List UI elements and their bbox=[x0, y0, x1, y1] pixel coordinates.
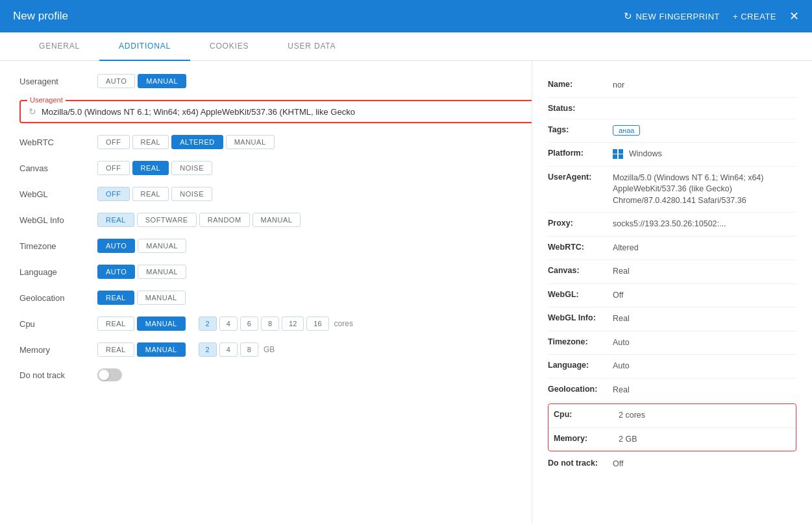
webgl-off-btn[interactable]: OFF bbox=[97, 187, 130, 201]
geolocation-label: Geolocation bbox=[19, 293, 91, 303]
useragent-field-label: Useragent bbox=[27, 96, 66, 104]
summary-do-not-track-row: Do not track: Off bbox=[548, 453, 796, 476]
webgl-info-manual-btn[interactable]: MANUAL bbox=[252, 213, 301, 227]
summary-webrtc-val: Altered bbox=[613, 243, 796, 254]
memory-real-btn[interactable]: REAL bbox=[97, 342, 134, 357]
tab-additional[interactable]: ADDITIONAL bbox=[99, 32, 190, 61]
webgl-info-random-btn[interactable]: RANDOM bbox=[199, 213, 250, 227]
memory-manual-btn[interactable]: MANUAL bbox=[137, 342, 186, 357]
cpu-core-8-btn[interactable]: 8 bbox=[261, 317, 279, 331]
summary-memory-val: 2 GB bbox=[619, 434, 791, 446]
toggle-knob bbox=[99, 370, 109, 380]
tabs-bar: GENERAL ADDITIONAL COOKIES USER DATA bbox=[0, 32, 812, 61]
tab-cookies[interactable]: COOKIES bbox=[190, 32, 268, 61]
summary-dnt-val: Off bbox=[613, 459, 796, 470]
webgl-info-label: WebGL Info bbox=[19, 215, 91, 225]
webgl-label: WebGL bbox=[19, 189, 91, 199]
webrtc-real-btn[interactable]: REAL bbox=[132, 135, 169, 149]
language-auto-btn[interactable]: AUTO bbox=[97, 265, 135, 279]
cpu-mode-options: REAL MANUAL bbox=[97, 317, 186, 331]
summary-language-key: Language: bbox=[548, 361, 613, 370]
cpu-real-btn[interactable]: REAL bbox=[97, 317, 134, 331]
webrtc-off-btn[interactable]: OFF bbox=[97, 135, 130, 149]
useragent-refresh-icon[interactable]: ↻ bbox=[29, 106, 36, 117]
cpu-core-16-btn[interactable]: 16 bbox=[306, 317, 328, 331]
cpu-manual-btn[interactable]: MANUAL bbox=[137, 317, 186, 331]
canvas-row: Canvas OFF REAL NOISE bbox=[19, 161, 512, 175]
summary-canvas-val: Real bbox=[613, 266, 796, 278]
summary-platform-key: Platform: bbox=[548, 149, 613, 158]
summary-memory-key: Memory: bbox=[554, 434, 619, 443]
useragent-row: Useragent AUTO MANUAL bbox=[19, 74, 512, 88]
summary-language-val: Auto bbox=[613, 361, 796, 372]
cpu-core-6-btn[interactable]: 6 bbox=[240, 317, 258, 331]
geolocation-real-btn[interactable]: REAL bbox=[97, 291, 134, 305]
summary-status-key: Status: bbox=[548, 104, 613, 113]
webrtc-altered-btn[interactable]: ALTERED bbox=[171, 135, 223, 149]
do-not-track-label: Do not track bbox=[19, 370, 91, 380]
tab-user-data[interactable]: USER DATA bbox=[268, 32, 355, 61]
useragent-label: Useragent bbox=[19, 77, 91, 86]
useragent-toggle-group: AUTO MANUAL bbox=[97, 74, 186, 88]
cpu-core-4-btn[interactable]: 4 bbox=[219, 317, 238, 331]
cpu-core-2-btn[interactable]: 2 bbox=[199, 317, 217, 331]
language-options: AUTO MANUAL bbox=[97, 265, 186, 279]
webrtc-label: WebRTC bbox=[19, 137, 91, 147]
summary-proxy-key: Proxy: bbox=[548, 219, 613, 228]
timezone-auto-btn[interactable]: AUTO bbox=[97, 239, 135, 253]
useragent-value[interactable]: Mozilla/5.0 (Windows NT 6.1; Win64; x64)… bbox=[42, 107, 355, 117]
language-manual-btn[interactable]: MANUAL bbox=[138, 265, 186, 279]
language-label: Language bbox=[19, 267, 91, 277]
cpu-label: Cpu bbox=[19, 319, 91, 329]
summary-status-row: Status: bbox=[548, 98, 796, 119]
summary-name-key: Name: bbox=[548, 80, 613, 89]
webgl-noise-btn[interactable]: NOISE bbox=[171, 187, 212, 201]
create-button[interactable]: + CREATE bbox=[733, 12, 776, 21]
summary-tags-row: Tags: анаа bbox=[548, 119, 796, 143]
tag-badge[interactable]: анаа bbox=[613, 125, 640, 136]
header-actions: ↻ NEW FINGERPRINT + CREATE ✕ bbox=[624, 9, 799, 23]
summary-webgl-val: Off bbox=[613, 290, 796, 302]
summary-timezone-key: Timezone: bbox=[548, 337, 613, 346]
memory-4-btn[interactable]: 4 bbox=[219, 342, 238, 357]
summary-cpu-val: 2 cores bbox=[619, 410, 791, 422]
timezone-manual-btn[interactable]: MANUAL bbox=[138, 239, 186, 253]
right-panel: Name: nor Status: Tags: анаа Platform: W… bbox=[532, 61, 812, 523]
memory-8-btn[interactable]: 8 bbox=[240, 342, 258, 357]
close-button[interactable]: ✕ bbox=[789, 9, 799, 23]
summary-webgl-row: WebGL: Off bbox=[548, 284, 796, 308]
timezone-options: AUTO MANUAL bbox=[97, 239, 186, 253]
canvas-noise-btn[interactable]: NOISE bbox=[171, 161, 212, 175]
summary-timezone-val: Auto bbox=[613, 337, 796, 349]
webgl-real-btn[interactable]: REAL bbox=[132, 187, 169, 201]
useragent-auto-btn[interactable]: AUTO bbox=[97, 74, 135, 88]
summary-tags-key: Tags: bbox=[548, 125, 613, 134]
webgl-info-row: WebGL Info REAL SOFTWARE RANDOM MANUAL bbox=[19, 213, 512, 227]
memory-label: Memory bbox=[19, 345, 91, 355]
tab-general[interactable]: GENERAL bbox=[19, 32, 99, 61]
webrtc-manual-btn[interactable]: MANUAL bbox=[226, 135, 275, 149]
webgl-info-real-btn[interactable]: REAL bbox=[97, 213, 134, 227]
new-fingerprint-button[interactable]: ↻ NEW FINGERPRINT bbox=[624, 10, 720, 22]
do-not-track-toggle[interactable] bbox=[97, 368, 122, 381]
useragent-manual-btn[interactable]: MANUAL bbox=[138, 74, 186, 88]
geolocation-manual-btn[interactable]: MANUAL bbox=[137, 291, 186, 305]
summary-cpu-key: Cpu: bbox=[554, 410, 619, 419]
summary-platform-val: Windows bbox=[613, 149, 796, 160]
memory-2-btn[interactable]: 2 bbox=[199, 342, 217, 357]
summary-geolocation-val: Real bbox=[613, 385, 796, 396]
cores-unit-label: cores bbox=[334, 319, 353, 328]
summary-webrtc-row: WebRTC: Altered bbox=[548, 237, 796, 261]
canvas-off-btn[interactable]: OFF bbox=[97, 161, 130, 175]
summary-memory-row: Memory: 2 GB bbox=[548, 428, 796, 451]
timezone-label: Timezone bbox=[19, 241, 91, 251]
summary-cpu-row: Cpu: 2 cores bbox=[548, 404, 796, 428]
page-title: New profile bbox=[13, 10, 68, 23]
summary-useragent-val: Mozilla/5.0 (Windows NT 6.1; Win64; x64)… bbox=[613, 173, 796, 207]
header: New profile ↻ NEW FINGERPRINT + CREATE ✕ bbox=[0, 0, 812, 32]
canvas-real-btn[interactable]: REAL bbox=[132, 161, 169, 175]
webgl-row: WebGL OFF REAL NOISE bbox=[19, 187, 512, 201]
summary-dnt-key: Do not track: bbox=[548, 459, 613, 468]
cpu-core-12-btn[interactable]: 12 bbox=[282, 317, 304, 331]
webgl-info-software-btn[interactable]: SOFTWARE bbox=[137, 213, 197, 227]
